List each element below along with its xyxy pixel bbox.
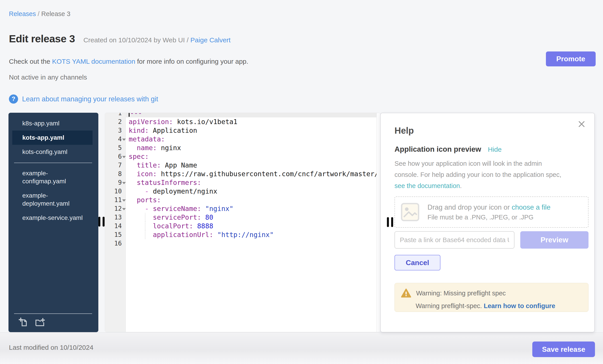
breadcrumb-separator: / (36, 10, 41, 17)
warning-icon (401, 288, 411, 298)
icon-preview-title: Application icon preview (394, 145, 481, 154)
dropzone-instruction: Drag and drop your icon or choose a file (428, 203, 550, 211)
dropzone-filetypes: File must be a .PNG, .JPEG, or .JPG (428, 214, 550, 221)
sidebar-file-example-deployment.yaml[interactable]: example-deployment.yaml (12, 188, 93, 211)
last-modified-text: Last modified on 10/10/2024 (9, 344, 93, 351)
fold-arrow-icon[interactable] (122, 199, 126, 202)
fold-arrow-icon[interactable] (122, 156, 126, 158)
line-number: 12 (105, 205, 122, 212)
code-line-5: 5 name: nginx (105, 143, 380, 152)
code-line-10: 10 - deployment/nginx (105, 187, 380, 196)
code-line-2: 2apiVersion: kots.io/v1beta1 (105, 117, 380, 126)
icon-preview-description: See how your application icon will look … (394, 158, 589, 191)
text-cursor (129, 113, 129, 117)
code-lines: 1---2apiVersion: kots.io/v1beta13kind: A… (105, 113, 380, 248)
help-title: Help (394, 126, 589, 136)
editor-scrollbar[interactable] (376, 113, 380, 332)
line-number: 13 (105, 214, 122, 221)
file-tree-sidebar: k8s-app.yamlkots-app.yamlkots-config.yam… (9, 113, 98, 332)
add-folder-icon[interactable] (35, 317, 45, 328)
code-line-9: 9 statusInformers: (105, 178, 380, 187)
kots-yaml-doc-link[interactable]: KOTS YAML documentation (52, 58, 135, 65)
sidebar-file-kots-app.yaml[interactable]: kots-app.yaml (12, 131, 93, 145)
line-number: 15 (105, 231, 122, 238)
preflight-warning: Warning: Missing preflight spec Warning … (394, 283, 589, 312)
sidebar-file-example-service.yaml[interactable]: example-service.yaml (12, 211, 93, 225)
sidebar-file-example-configmap.yaml[interactable]: example-configmap.yaml (12, 166, 93, 188)
code-line-15: 15 applicationUrl: "http://nginx" (105, 230, 380, 239)
hide-link[interactable]: Hide (488, 146, 502, 153)
preview-button[interactable]: Preview (520, 231, 589, 249)
author-link[interactable]: Paige Calvert (190, 36, 231, 44)
code-line-14: 14 localPort: 8888 (105, 222, 380, 230)
line-number: 11 (105, 196, 122, 204)
save-release-button[interactable]: Save release (532, 342, 595, 357)
sidebar-file-k8s-app.yaml[interactable]: k8s-app.yaml (12, 116, 93, 131)
code-line-16: 16 (105, 239, 380, 248)
channel-status: Not active in any channels (9, 74, 87, 81)
choose-file-link[interactable]: choose a file (511, 203, 550, 211)
created-info: Created on 10/10/2024 by Web UI / Paige … (83, 36, 231, 44)
warning-detail: Warning preflight-spec. Learn how to con… (416, 302, 588, 310)
line-number: 16 (105, 240, 122, 247)
git-releases-link[interactable]: Learn about managing your releases with … (22, 95, 158, 103)
help-panel: Help Application icon preview Hide See h… (380, 113, 595, 332)
fold-arrow-icon[interactable] (122, 182, 126, 184)
line-number: 9 (105, 179, 122, 186)
cancel-button[interactable]: Cancel (394, 255, 441, 270)
fold-arrow-icon[interactable] (122, 208, 126, 210)
file-list-bottom: example-configmap.yamlexample-deployment… (9, 166, 98, 225)
warning-title: Warning: Missing preflight spec (416, 290, 506, 297)
yaml-editor[interactable]: 1---2apiVersion: kots.io/v1beta13kind: A… (105, 113, 381, 332)
add-file-icon[interactable] (19, 317, 29, 328)
line-number: 3 (105, 127, 122, 134)
promote-button[interactable]: Promote (546, 52, 596, 66)
configure-preflight-link[interactable]: Learn how to configure (484, 302, 555, 309)
help-panel-resize-handle[interactable] (387, 217, 393, 227)
icon-dropzone[interactable]: Drag and drop your icon or choose a file… (394, 197, 589, 228)
line-number: 5 (105, 144, 122, 152)
question-mark-icon: ? (9, 94, 18, 104)
line-number: 1 (105, 113, 122, 117)
code-line-6: 6spec: (105, 152, 380, 161)
fold-arrow-icon[interactable] (122, 139, 126, 141)
sidebar-file-kots-config.yaml[interactable]: kots-config.yaml (12, 145, 93, 159)
code-line-13: 13 servicePort: 80 (105, 213, 380, 222)
line-number: 8 (105, 170, 122, 177)
icon-url-input[interactable] (394, 231, 514, 249)
sidebar-resize-handle[interactable] (98, 217, 104, 227)
image-placeholder-icon (400, 202, 420, 222)
breadcrumb: Releases / Release 3 (9, 10, 70, 18)
file-list-top: k8s-app.yamlkots-app.yamlkots-config.yam… (9, 116, 98, 159)
line-number: 2 (105, 118, 122, 125)
code-line-3: 3kind: Application (105, 126, 380, 135)
line-number: 14 (105, 222, 122, 230)
line-number: 10 (105, 188, 122, 195)
breadcrumb-releases-link[interactable]: Releases (9, 10, 36, 17)
line-number: 6 (105, 153, 122, 160)
line-number: 4 (105, 135, 122, 143)
see-documentation-link[interactable]: see the documentation (394, 182, 460, 189)
sidebar-footer (14, 313, 92, 332)
footer-bar: Last modified on 10/10/2024 Save release (0, 332, 603, 364)
code-line-12: 12 - serviceName: "nginx" (105, 204, 380, 213)
file-group-divider (14, 163, 92, 163)
edit-release-page: Releases / Release 3 Edit release 3 Crea… (0, 0, 603, 364)
code-line-1: 1--- (105, 113, 380, 117)
doc-hint: Check out the KOTS YAML documentation fo… (9, 58, 248, 65)
code-line-8: 8 icon: https://raw.githubusercontent.co… (105, 169, 380, 178)
close-icon[interactable] (577, 120, 586, 128)
line-number: 7 (105, 162, 122, 169)
breadcrumb-current: Release 3 (41, 10, 70, 17)
code-line-7: 7 title: App Name (105, 161, 380, 169)
page-title: Edit release 3 (9, 33, 75, 45)
code-line-11: 11 ports: (105, 196, 380, 204)
code-line-4: 4metadata: (105, 135, 380, 143)
